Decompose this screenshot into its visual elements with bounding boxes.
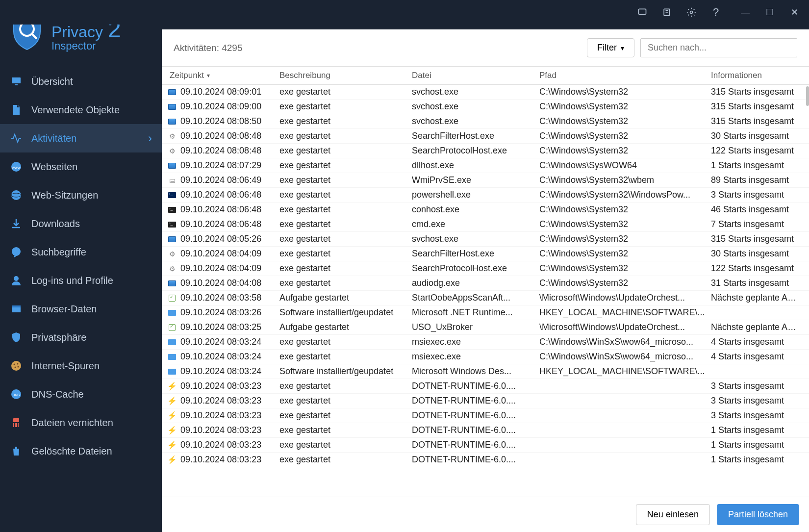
cell-desc: Software installiert/geupdatet xyxy=(279,307,412,318)
cell-file: audiodg.exe xyxy=(412,278,539,288)
table-row[interactable]: 09.10.2024 08:07:29 exe gestartet dllhos… xyxy=(162,158,809,173)
column-header-time[interactable]: Zeitpunkt ▾ xyxy=(167,71,279,80)
cell-file: msiexec.exe xyxy=(412,337,539,347)
sidebar-item-document[interactable]: Verwendete Objekte xyxy=(0,96,162,124)
cell-time: 09.10.2024 08:03:23 xyxy=(180,455,261,465)
cell-desc: exe gestartet xyxy=(279,146,412,156)
sidebar-item-label: Browser-Daten xyxy=(31,304,97,315)
column-header-path[interactable]: Pfad xyxy=(539,71,711,80)
sidebar-item-browser-data[interactable]: Browser-Daten xyxy=(0,295,162,323)
table-header: Zeitpunkt ▾ Beschreibung Datei Pfad Info… xyxy=(162,67,809,85)
footer: Neu einlesen Partiell löschen xyxy=(162,497,809,532)
maximize-button[interactable]: ☐ xyxy=(765,7,775,17)
close-button[interactable]: ✕ xyxy=(789,7,799,17)
column-header-file[interactable]: Datei xyxy=(412,71,539,80)
cell-file: conhost.exe xyxy=(412,204,539,215)
cell-path: C:\Windows\System32 xyxy=(539,87,711,97)
cell-desc: exe gestartet xyxy=(279,190,412,200)
cell-file: USO_UxBroker xyxy=(412,322,539,332)
cell-file: svchost.exe xyxy=(412,87,539,97)
counter-value: 4295 xyxy=(222,43,242,53)
table-row[interactable]: ⚡09.10.2024 08:03:23 exe gestartet DOTNE… xyxy=(162,379,809,394)
minimize-button[interactable]: — xyxy=(740,7,750,17)
table-row[interactable]: 09.10.2024 08:03:24 exe gestartet msiexe… xyxy=(162,335,809,350)
sidebar-item-download[interactable]: Downloads xyxy=(0,209,162,238)
help-icon[interactable]: ? xyxy=(711,7,721,17)
table-row[interactable]: ⚙09.10.2024 08:04:09 exe gestartet Searc… xyxy=(162,261,809,276)
table-row[interactable]: 09.10.2024 08:03:26 Software installiert… xyxy=(162,305,809,320)
filter-button[interactable]: Filter xyxy=(587,38,634,57)
table-row[interactable]: 09.10.2024 08:09:01 exe gestartet svchos… xyxy=(162,85,809,100)
table-row[interactable]: 09.10.2024 08:05:26 exe gestartet svchos… xyxy=(162,232,809,247)
table-row[interactable]: ⚙09.10.2024 08:08:48 exe gestartet Searc… xyxy=(162,144,809,158)
cell-file: DOTNET-RUNTIME-6.0.... xyxy=(412,410,539,421)
settings-icon[interactable] xyxy=(686,7,696,17)
sidebar-item-trash[interactable]: Gelöschte Dateien xyxy=(0,437,162,465)
table-row[interactable]: 09.10.2024 08:06:48 exe gestartet cmd.ex… xyxy=(162,217,809,232)
cell-file: powershell.exe xyxy=(412,190,539,200)
table-row[interactable]: 🖴09.10.2024 08:06:49 exe gestartet WmiPr… xyxy=(162,173,809,188)
table-row[interactable]: 09.10.2024 08:03:25 Aufgabe gestartet US… xyxy=(162,320,809,335)
cell-desc: exe gestartet xyxy=(279,101,412,112)
svg-point-19 xyxy=(18,366,19,368)
cell-time: 09.10.2024 08:06:49 xyxy=(180,175,261,185)
cell-info: 4 Starts insgesamt xyxy=(711,352,804,362)
sidebar-item-shield[interactable]: Privatsphäre xyxy=(0,323,162,352)
table-row[interactable]: ⚡09.10.2024 08:03:23 exe gestartet DOTNE… xyxy=(162,408,809,423)
cell-desc: exe gestartet xyxy=(279,249,412,259)
sidebar-item-cookie[interactable]: Internet-Spuren xyxy=(0,352,162,380)
sidebar-item-user[interactable]: Log-ins und Profile xyxy=(0,266,162,295)
cell-file: msiexec.exe xyxy=(412,352,539,362)
search-input[interactable] xyxy=(640,38,797,57)
sidebar-item-web-session[interactable]: Web-Sitzungen xyxy=(0,181,162,209)
cell-file: SearchProtocolHost.exe xyxy=(412,146,539,156)
table-row[interactable]: 09.10.2024 08:06:48 exe gestartet powers… xyxy=(162,188,809,203)
table-row[interactable]: ⚡09.10.2024 08:03:23 exe gestartet DOTNE… xyxy=(162,453,809,467)
cell-desc: exe gestartet xyxy=(279,263,412,274)
sidebar-item-search-bubble[interactable]: Suchbegriffe xyxy=(0,238,162,266)
cell-path: C:\Windows\System32 xyxy=(539,263,711,274)
table-row[interactable]: ⚙09.10.2024 08:04:09 exe gestartet Searc… xyxy=(162,247,809,261)
sidebar-item-globe[interactable]: wwwWebseiten xyxy=(0,152,162,181)
sidebar-item-shred[interactable]: Dateien vernichten xyxy=(0,408,162,437)
cell-time: 09.10.2024 08:03:24 xyxy=(180,337,261,347)
sidebar-item-monitor[interactable]: Übersicht xyxy=(0,67,162,96)
table-row[interactable]: ⚡09.10.2024 08:03:23 exe gestartet DOTNE… xyxy=(162,394,809,408)
cell-path: C:\Windows\SysWOW64 xyxy=(539,160,711,171)
sidebar-item-dns[interactable]: DNSDNS-Cache xyxy=(0,380,162,408)
row-type-icon xyxy=(167,294,177,303)
cell-info: 315 Starts insgesamt xyxy=(711,234,804,244)
row-type-icon: ⚙ xyxy=(167,264,177,273)
column-header-info[interactable]: Informationen xyxy=(711,71,804,80)
notes-icon[interactable] xyxy=(662,7,672,17)
cell-info: 122 Starts insgesamt xyxy=(711,263,804,274)
sidebar-item-activity[interactable]: Aktivitäten xyxy=(0,124,162,152)
column-header-desc[interactable]: Beschreibung xyxy=(279,71,412,80)
svg-rect-14 xyxy=(12,305,21,307)
cell-time: 09.10.2024 08:09:01 xyxy=(180,87,261,97)
table-row[interactable]: 09.10.2024 08:04:08 exe gestartet audiod… xyxy=(162,276,809,291)
cell-file: SearchProtocolHost.exe xyxy=(412,263,539,274)
table-row[interactable]: 09.10.2024 08:08:50 exe gestartet svchos… xyxy=(162,114,809,129)
cell-time: 09.10.2024 08:08:50 xyxy=(180,116,261,127)
reload-button[interactable]: Neu einlesen xyxy=(636,504,710,525)
user-icon xyxy=(10,274,23,287)
table-row[interactable]: 09.10.2024 08:09:00 exe gestartet svchos… xyxy=(162,100,809,114)
feedback-icon[interactable] xyxy=(637,7,647,17)
table-row[interactable]: 09.10.2024 08:03:58 Aufgabe gestartet St… xyxy=(162,291,809,305)
cell-time: 09.10.2024 08:03:24 xyxy=(180,352,261,362)
table-row[interactable]: 09.10.2024 08:03:24 Software installiert… xyxy=(162,364,809,379)
table-row[interactable]: 09.10.2024 08:06:48 exe gestartet conhos… xyxy=(162,203,809,217)
row-type-icon xyxy=(167,235,177,244)
scrollbar-thumb[interactable] xyxy=(806,86,809,106)
cell-info: 1 Starts insgesamt xyxy=(711,160,804,171)
svg-point-15 xyxy=(11,361,21,371)
content-pane: Aktivitäten: 4295 Filter Zeitpunkt ▾ Bes… xyxy=(162,29,809,532)
row-type-icon xyxy=(167,279,177,288)
sidebar-item-label: Webseiten xyxy=(31,161,77,173)
table-row[interactable]: 09.10.2024 08:03:24 exe gestartet msiexe… xyxy=(162,350,809,364)
table-row[interactable]: ⚡09.10.2024 08:03:23 exe gestartet DOTNE… xyxy=(162,423,809,438)
table-row[interactable]: ⚡09.10.2024 08:03:23 exe gestartet DOTNE… xyxy=(162,438,809,453)
table-row[interactable]: ⚙09.10.2024 08:08:48 exe gestartet Searc… xyxy=(162,129,809,144)
delete-button[interactable]: Partiell löschen xyxy=(717,504,799,525)
